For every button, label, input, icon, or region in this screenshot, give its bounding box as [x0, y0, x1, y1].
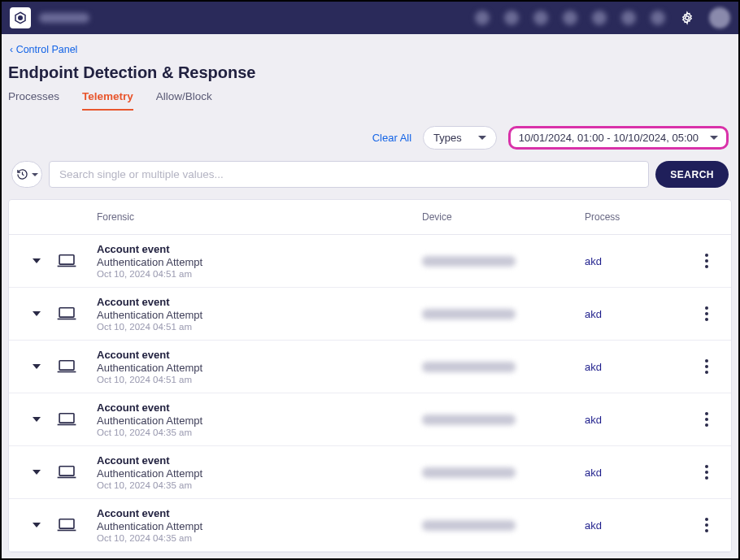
topbar-icon-3-redacted [533, 11, 548, 25]
event-subtitle: Authentication Attempt [97, 415, 422, 427]
brand-name-redacted [39, 13, 89, 23]
search-history-button[interactable] [11, 161, 42, 188]
svg-rect-5 [59, 308, 74, 317]
event-subtitle: Authentication Attempt [97, 362, 422, 374]
device-name-redacted [422, 415, 516, 425]
device-name-redacted [422, 362, 516, 372]
tab-allow-block[interactable]: Allow/Block [156, 90, 212, 111]
table-row: Account event Authentication Attempt Oct… [9, 288, 731, 341]
types-dropdown[interactable]: Types [423, 126, 497, 150]
search-input[interactable] [49, 161, 649, 188]
device-cell [422, 309, 585, 319]
device-laptop-icon [56, 411, 97, 428]
caret-down-icon [710, 136, 718, 140]
forensic-cell: Account event Authentication Attempt Oct… [97, 296, 422, 332]
event-title: Account event [97, 507, 422, 519]
topbar-icon-2-redacted [504, 11, 519, 25]
process-link[interactable]: akd [585, 519, 602, 532]
row-actions-menu[interactable] [690, 359, 723, 374]
row-actions-menu[interactable] [690, 518, 723, 532]
settings-gear-icon[interactable] [680, 11, 694, 25]
tabs: Processes Telemetry Allow/Block [8, 90, 732, 111]
breadcrumb[interactable]: ‹ Control Panel [8, 44, 732, 55]
topbar-right [475, 7, 730, 28]
chevron-down-icon [33, 311, 41, 316]
event-timestamp: Oct 10, 2024 04:51 am [97, 269, 422, 279]
process-link[interactable]: akd [585, 308, 602, 320]
row-actions-menu[interactable] [690, 306, 723, 321]
chevron-down-icon [33, 364, 41, 369]
table-row: Account event Authentication Attempt Oct… [9, 341, 731, 393]
device-name-redacted [422, 309, 516, 319]
device-laptop-icon [56, 464, 97, 480]
device-laptop-icon [56, 358, 97, 375]
event-subtitle: Authentication Attempt [97, 467, 422, 480]
event-timestamp: Oct 10, 2024 04:35 am [97, 480, 422, 490]
svg-rect-13 [59, 519, 74, 528]
topbar-icon-6-redacted [621, 11, 636, 25]
row-actions-menu[interactable] [690, 412, 723, 427]
forensic-cell: Account event Authentication Attempt Oct… [97, 507, 422, 543]
chevron-down-icon [33, 470, 41, 475]
device-cell [422, 256, 585, 267]
device-cell [422, 415, 585, 425]
expand-toggle[interactable] [17, 470, 56, 475]
table-row: Account event Authentication Attempt Oct… [9, 499, 731, 552]
forensic-cell: Account event Authentication Attempt Oct… [97, 349, 422, 384]
tab-telemetry[interactable]: Telemetry [82, 90, 133, 111]
event-subtitle: Authentication Attempt [97, 309, 422, 321]
search-button[interactable]: SEARCH [655, 161, 729, 188]
forensic-cell: Account event Authentication Attempt Oct… [97, 402, 422, 437]
expand-toggle[interactable] [17, 417, 56, 422]
process-link[interactable]: akd [585, 361, 602, 373]
device-laptop-icon [56, 253, 97, 269]
expand-toggle[interactable] [17, 258, 56, 263]
svg-point-1 [19, 16, 23, 20]
device-name-redacted [422, 520, 516, 531]
process-link[interactable]: akd [585, 255, 602, 267]
event-subtitle: Authentication Attempt [97, 256, 422, 268]
row-actions-menu[interactable] [690, 465, 723, 480]
clear-all-link[interactable]: Clear All [372, 132, 411, 144]
table-header: Forensic Device Process [9, 200, 731, 235]
svg-rect-11 [59, 467, 74, 475]
svg-point-2 [686, 16, 690, 20]
expand-toggle[interactable] [17, 523, 56, 527]
device-laptop-icon [56, 306, 97, 322]
row-actions-menu[interactable] [690, 254, 723, 268]
event-title: Account event [97, 454, 422, 467]
chevron-down-icon [33, 258, 41, 263]
forensic-cell: Account event Authentication Attempt Oct… [97, 243, 422, 279]
app-logo[interactable] [10, 7, 31, 28]
device-laptop-icon [56, 517, 97, 533]
device-cell [422, 520, 585, 531]
breadcrumb-label: Control Panel [16, 44, 78, 55]
date-range-label: 10/01/2024, 01:00 - 10/10/2024, 05:00 [519, 132, 699, 144]
history-icon [16, 168, 28, 180]
svg-rect-9 [59, 414, 74, 423]
expand-toggle[interactable] [17, 311, 56, 316]
topbar [2, 2, 738, 34]
table-row: Account event Authentication Attempt Oct… [9, 235, 731, 288]
page-title: Endpoint Detection & Response [8, 63, 732, 82]
event-timestamp: Oct 10, 2024 04:51 am [97, 375, 422, 384]
event-timestamp: Oct 10, 2024 04:51 am [97, 322, 422, 332]
event-subtitle: Authentication Attempt [97, 520, 422, 532]
user-avatar[interactable] [709, 7, 730, 28]
topbar-icon-7-redacted [651, 11, 665, 25]
caret-down-icon [32, 173, 38, 176]
event-title: Account event [97, 402, 422, 414]
tab-processes[interactable]: Processes [8, 90, 59, 111]
event-title: Account event [97, 296, 422, 308]
search-row: SEARCH [8, 161, 732, 188]
process-link[interactable]: akd [585, 414, 602, 426]
process-link[interactable]: akd [585, 467, 602, 479]
col-device: Device [422, 211, 585, 223]
event-title: Account event [97, 243, 422, 255]
topbar-icon-4-redacted [563, 11, 577, 25]
caret-down-icon [478, 136, 486, 140]
expand-toggle[interactable] [17, 364, 56, 369]
event-title: Account event [97, 349, 422, 361]
types-label: Types [433, 132, 462, 144]
date-range-dropdown[interactable]: 10/01/2024, 01:00 - 10/10/2024, 05:00 [508, 126, 729, 150]
